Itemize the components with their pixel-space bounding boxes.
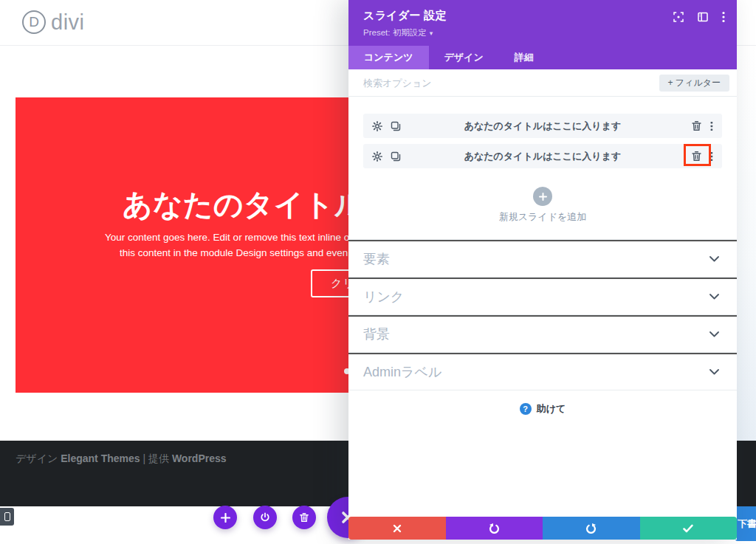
focus-mode-button[interactable] [673, 12, 684, 22]
undo-icon [489, 523, 500, 534]
filter-button[interactable]: + フィルター [659, 75, 729, 92]
trash-icon [691, 120, 702, 131]
section-background[interactable]: 背景 [348, 315, 737, 353]
slider-settings-panel: スライダー 設定 Preset: 初期設定▾ コンテンツ デザイン 詳細 [348, 0, 737, 540]
slide-options-button[interactable] [710, 151, 713, 162]
slide-delete-button[interactable] [691, 151, 702, 162]
check-icon [683, 524, 693, 533]
kebab-menu-icon [710, 121, 713, 131]
redo-button[interactable] [543, 517, 640, 540]
divi-logo-mark: D [22, 10, 46, 34]
slide-duplicate-button[interactable] [391, 151, 401, 162]
kebab-menu-icon [710, 151, 713, 162]
builder-drawer-handle[interactable] [0, 508, 14, 526]
chevron-down-icon [709, 256, 719, 262]
plus-icon [539, 193, 547, 201]
panel-body: + フィルター あなたのタイトルはここに入ります [348, 69, 737, 517]
slide-row-title: あなたのタイトルはここに入ります [363, 144, 722, 168]
add-new-slide-button[interactable] [533, 187, 552, 206]
panel-action-bar [348, 517, 737, 540]
trash-icon [299, 512, 309, 523]
slide-settings-button[interactable] [372, 121, 382, 131]
trash-icon [691, 151, 702, 162]
panel-tab-bar: コンテンツ デザイン 詳細 [348, 46, 737, 69]
slide-body-line-2: this content in the module Design settin… [120, 247, 369, 258]
copy-icon [391, 151, 401, 162]
redo-icon [585, 523, 597, 534]
gear-icon [372, 151, 382, 162]
settings-accordion: 要素 リンク 背景 Adminラベル [348, 239, 737, 390]
panel-header-icons [673, 11, 725, 23]
divi-logo: D divi [22, 10, 85, 34]
footer-credits: デザイン Elegant Themes | 提供 WordPress [16, 452, 227, 466]
close-icon [393, 524, 402, 533]
tab-design[interactable]: デザイン [429, 46, 499, 69]
tab-advanced[interactable]: 詳細 [499, 46, 549, 69]
screen: D divi あなたのタイトル Your content goes here. … [0, 0, 756, 544]
slides-list: あなたのタイトルはここに入ります [348, 97, 737, 168]
question-mark-icon: ? [520, 403, 532, 415]
help-label: 助けて [537, 402, 566, 416]
slide-title: あなたのタイトル [123, 185, 365, 225]
chevron-down-icon [709, 369, 719, 375]
search-row: + フィルター [348, 69, 737, 97]
tab-content[interactable]: コンテンツ [348, 46, 429, 69]
add-new-slide-label[interactable]: 新規スライドを追加 [348, 210, 737, 224]
chevron-down-icon [709, 294, 719, 300]
panel-title: スライダー 設定 [363, 9, 725, 23]
slide-row-title: あなたのタイトルはここに入ります [363, 114, 722, 138]
split-panel-icon [698, 12, 708, 22]
slide-body-line-1: Your content goes here. Edit or remove t… [105, 232, 374, 243]
save-button[interactable] [640, 517, 738, 540]
slide-duplicate-button[interactable] [391, 121, 401, 131]
preset-label: Preset: 初期設定 [363, 28, 427, 37]
cancel-button[interactable] [348, 517, 446, 540]
slide-row-2[interactable]: あなたのタイトルはここに入ります [363, 144, 722, 168]
add-slide-area: 新規スライドを追加 [348, 174, 737, 239]
section-admin-label[interactable]: Adminラベル [348, 353, 737, 390]
focus-icon [673, 12, 684, 22]
panel-menu-button[interactable] [722, 11, 725, 23]
section-elements[interactable]: 要素 [348, 240, 737, 278]
section-link[interactable]: リンク [348, 278, 737, 315]
preset-selector[interactable]: Preset: 初期設定▾ [363, 27, 433, 38]
power-icon [260, 512, 270, 523]
kebab-menu-icon [722, 11, 725, 23]
undo-button[interactable] [446, 517, 543, 540]
slide-settings-button[interactable] [372, 151, 382, 162]
gear-icon [372, 121, 382, 131]
builder-add-button[interactable] [213, 506, 237, 529]
help-link[interactable]: ? 助けて [348, 402, 737, 416]
caret-down-icon: ▾ [430, 30, 433, 37]
save-draft-button[interactable]: 下書き [735, 506, 756, 541]
search-options-input[interactable] [363, 69, 607, 96]
footer-brand-wordpress: WordPress [172, 452, 227, 464]
slide-delete-button[interactable] [691, 120, 702, 131]
page-icon [4, 512, 10, 521]
chevron-down-icon [709, 331, 719, 337]
divi-logo-text: divi [51, 12, 85, 33]
footer-brand-elegant-themes: Elegant Themes [61, 452, 140, 464]
divi-logo-letter: D [29, 14, 39, 30]
slide-row-1[interactable]: あなたのタイトルはここに入ります [363, 114, 722, 138]
builder-trash-button[interactable] [292, 506, 316, 529]
panel-header: スライダー 設定 Preset: 初期設定▾ [348, 0, 737, 46]
builder-exit-button[interactable] [253, 506, 277, 529]
plus-icon [221, 513, 230, 523]
panel-dock-button[interactable] [698, 12, 708, 22]
copy-icon [391, 121, 401, 131]
slide-options-button[interactable] [710, 121, 713, 131]
